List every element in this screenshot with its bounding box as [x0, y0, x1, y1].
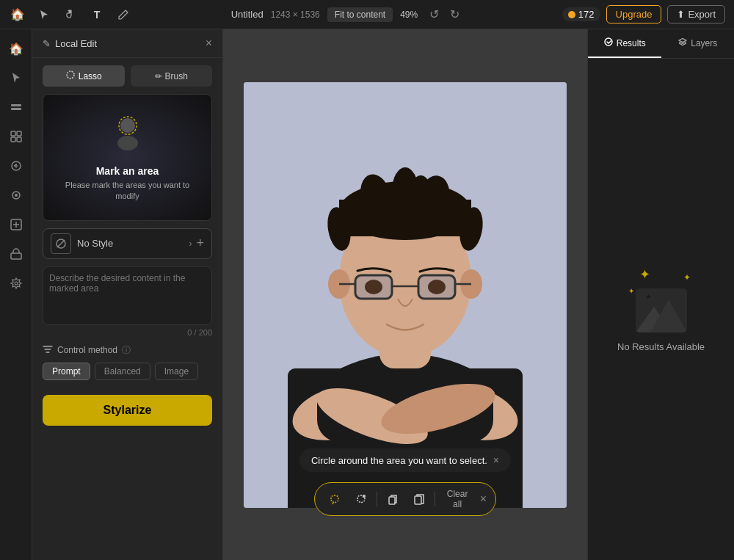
toolbar-close-button[interactable]: ×: [480, 492, 487, 506]
control-method-label: Control method: [57, 345, 117, 355]
no-results-illustration: ✦ ✦ ✦: [625, 266, 698, 332]
mark-area-preview: Mark an area Please mark the areas you w…: [43, 94, 212, 221]
right-panel-tabs: Results Layers: [588, 29, 734, 59]
canvas-image: [244, 82, 567, 508]
brush-icon: ✏: [155, 71, 162, 81]
cursor-icon[interactable]: [35, 6, 53, 23]
sidebar-item-generate[interactable]: [3, 153, 29, 179]
no-results-text: No Results Available: [617, 341, 705, 352]
magic-select-button[interactable]: [350, 487, 372, 511]
canvas-area[interactable]: Circle around the area you want to selec…: [223, 29, 587, 560]
prompt-input[interactable]: [49, 273, 206, 314]
text-icon[interactable]: T: [88, 6, 106, 23]
control-filter-icon: [43, 344, 53, 357]
svg-point-12: [67, 71, 74, 79]
layers-icon: [677, 37, 688, 49]
selection-tooltip: Circle around the area you want to selec…: [299, 448, 511, 472]
svg-point-8: [15, 194, 18, 197]
paste-button[interactable]: [408, 487, 430, 511]
svg-point-11: [15, 282, 18, 285]
fit-to-content-button[interactable]: Fit to content: [327, 7, 393, 22]
mark-title: Mark an area: [54, 165, 201, 177]
preview-illustration: [54, 112, 201, 159]
mark-subtitle: Please mark the areas you want to modify: [54, 180, 201, 203]
file-name: Untitled: [231, 9, 264, 20]
copy-button[interactable]: [382, 487, 404, 511]
file-dims: 1243 × 1536: [271, 10, 320, 20]
topbar: 🏠 T Untitled 1243 × 1536 Fit to content …: [0, 0, 734, 29]
local-edit-panel: ✎ Local Edit × Lasso ✏ Brush: [32, 29, 223, 560]
home-icon[interactable]: 🏠: [9, 6, 26, 23]
tooltip-close-button[interactable]: ×: [493, 454, 499, 466]
tool-buttons-group: Lasso ✏ Brush: [32, 58, 222, 94]
clear-all-button[interactable]: Clear all: [440, 489, 476, 509]
svg-rect-5: [17, 137, 21, 142]
prompt-area: [43, 266, 212, 325]
preview-content: Mark an area Please mark the areas you w…: [54, 105, 201, 210]
style-name: No Style: [77, 238, 189, 249]
sidebar-item-assets[interactable]: [3, 241, 29, 267]
sidebar-item-cursor[interactable]: [3, 65, 29, 91]
sidebar-item-frames[interactable]: [3, 123, 29, 150]
results-icon: [603, 37, 614, 49]
selection-toolbar: Clear all ×: [314, 482, 496, 516]
brush-button[interactable]: ✏ Brush: [131, 65, 213, 87]
panel-close-button[interactable]: ×: [206, 37, 212, 50]
char-count: 0 / 200: [43, 328, 212, 337]
main-area: 🏠: [0, 29, 734, 560]
svg-point-45: [428, 280, 446, 294]
method-image-button[interactable]: Image: [155, 363, 198, 380]
sidebar-item-home[interactable]: 🏠: [3, 35, 29, 62]
method-balanced-button[interactable]: Balanced: [95, 363, 150, 380]
toolbar-divider-2: [435, 492, 435, 506]
zoom-level[interactable]: 49%: [400, 10, 418, 20]
mountain-placeholder: [636, 288, 687, 332]
export-button[interactable]: ⬆ Export: [667, 5, 725, 23]
svg-point-13: [120, 118, 135, 133]
svg-rect-2: [11, 131, 15, 136]
svg-rect-10: [11, 253, 21, 259]
sidebar-item-magic[interactable]: [3, 182, 29, 208]
svg-rect-1: [11, 108, 21, 110]
sidebar-item-layers[interactable]: [3, 94, 29, 120]
svg-point-49: [605, 38, 612, 46]
panel-title-text: Local Edit: [55, 38, 97, 49]
style-add-button[interactable]: +: [196, 236, 204, 251]
svg-rect-0: [11, 104, 21, 106]
no-style-icon: [51, 233, 71, 254]
svg-rect-4: [11, 137, 15, 142]
style-selector[interactable]: No Style › +: [43, 228, 212, 259]
tab-results[interactable]: Results: [588, 29, 661, 58]
pen-icon[interactable]: [115, 6, 132, 23]
control-method-buttons: Prompt Balanced Image: [43, 363, 212, 380]
panel-title-group: ✎ Local Edit: [43, 38, 97, 49]
control-method-header: Control method ⓘ: [43, 344, 212, 357]
left-sidebar: 🏠: [0, 29, 32, 560]
lasso-icon: [65, 70, 76, 82]
lasso-button[interactable]: Lasso: [43, 65, 125, 87]
toolbar-divider: [377, 492, 377, 506]
right-panel: Results Layers ✦ ✦ ✦: [587, 29, 734, 560]
svg-rect-3: [17, 131, 21, 136]
star-icon-3: ✦: [628, 287, 634, 295]
svg-rect-48: [415, 496, 421, 504]
tab-layers[interactable]: Layers: [661, 29, 735, 58]
right-panel-content: ✦ ✦ ✦ No Results Available: [588, 59, 734, 560]
stylarize-button[interactable]: Stylarize: [43, 395, 212, 426]
method-prompt-button[interactable]: Prompt: [43, 363, 90, 380]
sidebar-item-settings[interactable]: [3, 270, 29, 297]
lasso-select-button[interactable]: [324, 487, 346, 511]
hand-icon[interactable]: [62, 6, 79, 23]
panel-title-icon: ✎: [43, 38, 51, 49]
topbar-right: 172 Upgrade ⬆ Export: [562, 5, 725, 23]
svg-point-14: [117, 136, 138, 150]
undo-button[interactable]: ↺: [425, 6, 443, 23]
svg-point-44: [365, 280, 382, 294]
coin-badge: 172: [562, 7, 600, 21]
redo-button[interactable]: ↻: [446, 6, 463, 23]
coin-dot-icon: [568, 11, 575, 18]
undo-redo-group: ↺ ↻: [425, 6, 463, 23]
star-icon-1: ✦: [639, 266, 650, 283]
sidebar-item-effects[interactable]: [3, 211, 29, 238]
upgrade-button[interactable]: Upgrade: [606, 5, 662, 23]
